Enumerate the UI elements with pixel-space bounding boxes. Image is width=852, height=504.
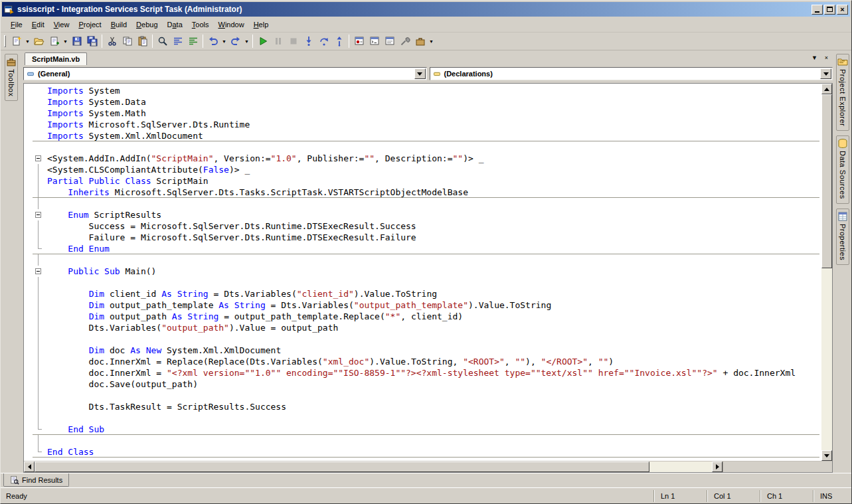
code-line: Dim output_path As String = output_path_…	[24, 311, 821, 322]
vertical-scroll-track[interactable]	[821, 268, 832, 450]
fold-margin	[33, 187, 43, 198]
window-title: ssisscript - Integration Services Script…	[17, 5, 811, 14]
toolbox-window-button[interactable]	[412, 34, 428, 48]
cut-button[interactable]	[104, 34, 120, 48]
undo-dropdown-button[interactable]: ▼	[220, 34, 228, 48]
code-text	[43, 390, 52, 401]
start-debug-button[interactable]	[255, 34, 270, 48]
code-line: doc.InnerXml = Replace(Replace(Dts.Varia…	[24, 356, 821, 367]
immediate-window-button[interactable]	[367, 34, 382, 48]
save-all-button[interactable]	[84, 34, 100, 48]
output-window-button[interactable]	[382, 34, 397, 48]
fold-guide-line	[38, 435, 39, 446]
toolbox-window-dropdown-button[interactable]: ▼	[428, 34, 435, 48]
fold-collapse-icon[interactable]	[35, 268, 41, 274]
horizontal-scrollbar[interactable]	[24, 462, 723, 472]
vertical-scroll-thumb[interactable]	[821, 94, 832, 268]
code-text: doc.InnerXml = "<?xml version=""1.0"" en…	[43, 367, 796, 378]
new-item-icon	[11, 36, 22, 46]
scroll-right-button[interactable]	[712, 462, 723, 472]
undo-button[interactable]	[205, 34, 220, 48]
sidebar-tab-project-explorer[interactable]: Project Explorer	[836, 54, 849, 131]
horizontal-scroll-thumb[interactable]	[35, 462, 649, 472]
menu-debug[interactable]: Debug	[131, 18, 162, 31]
arrow-down-icon	[824, 454, 829, 460]
pause-button[interactable]	[270, 34, 286, 48]
code-line: Imports System.Math	[24, 108, 821, 119]
tab-scriptmain-vb[interactable]: ScriptMain.vb	[25, 52, 87, 65]
sidebar-tab-toolbox[interactable]: Toolbox	[5, 54, 18, 101]
code-editor[interactable]: Imports SystemImports System.DataImports…	[24, 84, 821, 461]
window-list-dropdown-button[interactable]: ▼	[809, 53, 819, 62]
find-button[interactable]	[155, 34, 170, 48]
code-text: Failure = Microsoft.SqlServer.Dts.Runtim…	[43, 232, 416, 243]
fold-end-marker	[38, 243, 39, 249]
document-tab-strip: ScriptMain.vb ▼ ×	[23, 50, 833, 65]
objects-dropdown[interactable]: (General)	[23, 67, 427, 80]
fold-collapse-icon[interactable]	[35, 212, 41, 218]
redo-dropdown-button[interactable]: ▼	[243, 34, 250, 48]
menu-file[interactable]: File	[6, 18, 27, 31]
tab-strip-buttons: ▼ ×	[809, 53, 831, 62]
scroll-up-button[interactable]	[821, 84, 832, 94]
menu-edit[interactable]: Edit	[27, 18, 49, 31]
code-text: Partial Public Class ScriptMain	[43, 175, 209, 187]
title-bar[interactable]: ssisscript - Integration Services Script…	[2, 2, 850, 17]
tab-find-results[interactable]: Find Results	[3, 473, 69, 487]
code-line: End Sub	[24, 424, 821, 435]
close-button[interactable]: ×	[837, 5, 848, 15]
fold-guide-line	[38, 299, 39, 311]
maximize-button[interactable]	[824, 5, 835, 15]
vertical-scrollbar[interactable]	[821, 84, 832, 461]
code-line	[24, 435, 821, 446]
add-item-button[interactable]	[46, 34, 62, 48]
code-text: Dts.TaskResult = ScriptResults.Success	[43, 401, 286, 412]
fold-margin	[33, 322, 43, 333]
copy-button[interactable]	[120, 34, 135, 48]
menu-view[interactable]: View	[49, 18, 74, 31]
menu-window[interactable]: Window	[213, 18, 248, 31]
step-over-button[interactable]	[316, 34, 331, 48]
open-file-button[interactable]	[31, 34, 46, 48]
new-item-dropdown-button[interactable]: ▼	[24, 34, 31, 48]
fold-margin	[33, 401, 43, 412]
sidebar-tab-label: Project Explorer	[839, 69, 847, 126]
comment-lines-button[interactable]	[170, 34, 185, 48]
dropdown-arrow-button[interactable]	[414, 68, 426, 79]
fold-collapse-icon[interactable]	[35, 155, 41, 161]
arrow-up-icon	[824, 85, 829, 91]
tools-options-button[interactable]	[397, 34, 412, 48]
scroll-left-button[interactable]	[24, 462, 35, 472]
fold-guide-line	[38, 288, 39, 299]
toolbar-grip[interactable]	[4, 35, 6, 47]
menu-help[interactable]: Help	[249, 18, 274, 31]
sidebar-tab-properties[interactable]: Properties	[836, 209, 849, 265]
menu-project[interactable]: Project	[74, 18, 106, 31]
redo-button[interactable]	[228, 34, 243, 48]
close-document-button[interactable]: ×	[821, 53, 831, 62]
stop-button[interactable]	[286, 34, 301, 48]
code-text	[43, 277, 52, 288]
uncomment-lines-button[interactable]	[185, 34, 201, 48]
code-line: Partial Public Class ScriptMain	[24, 175, 821, 187]
menu-build[interactable]: Build	[106, 18, 131, 31]
minimize-button[interactable]	[811, 5, 823, 15]
declarations-dropdown[interactable]: (Declarations)	[430, 67, 833, 80]
add-item-dropdown-button[interactable]: ▼	[62, 34, 69, 48]
step-out-button[interactable]	[331, 34, 347, 48]
save-button[interactable]	[69, 34, 84, 48]
breakpoints-window-button[interactable]	[351, 34, 367, 48]
menu-tools[interactable]: Tools	[187, 18, 214, 31]
scroll-down-button[interactable]	[821, 450, 832, 461]
step-into-button[interactable]	[301, 34, 316, 48]
fold-margin	[33, 198, 43, 209]
paste-button[interactable]	[135, 34, 150, 48]
fold-margin	[33, 446, 43, 458]
horizontal-scroll-track[interactable]	[649, 462, 712, 472]
sidebar-tab-data-sources[interactable]: Data Sources	[836, 135, 849, 204]
menu-data[interactable]: Data	[163, 18, 187, 31]
dropdown-arrow-button[interactable]	[820, 68, 831, 79]
fold-margin	[33, 299, 43, 311]
code-text	[43, 333, 52, 345]
new-item-button[interactable]	[9, 34, 24, 48]
